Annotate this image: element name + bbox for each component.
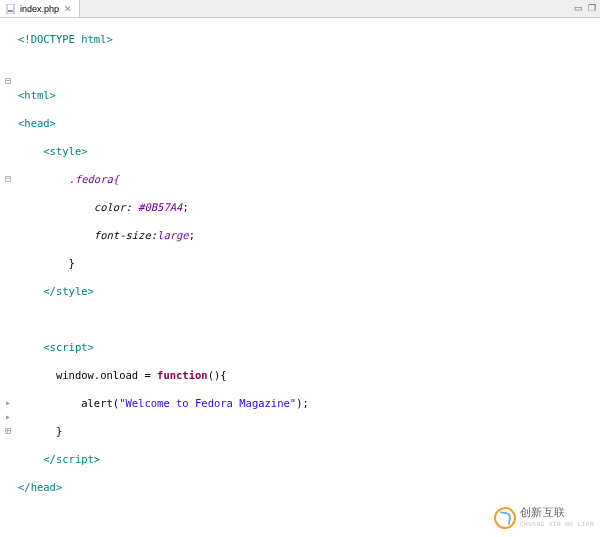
code-text: ); (296, 397, 309, 409)
code-text: </script> (18, 453, 100, 465)
minimize-icon[interactable]: ▭ (572, 2, 584, 14)
close-icon[interactable]: ✕ (63, 4, 73, 14)
tab-bar: index.php ✕ ▭ ❐ (0, 0, 600, 18)
code-text: <html> (18, 89, 56, 101)
tab-filename: index.php (20, 4, 59, 14)
fold-collapse-icon[interactable]: ⊟ (0, 172, 16, 186)
code-text: (){ (208, 369, 227, 381)
watermark-subtext: CHUANG XIN HU LIAN (520, 517, 594, 531)
code-text: ; (182, 201, 188, 213)
svg-rect-0 (7, 4, 14, 14)
code-text: "Welcome to Fedora Magazine" (119, 397, 296, 409)
code-text: .fedora{ (18, 173, 119, 185)
window-controls: ▭ ❐ (572, 2, 598, 14)
folding-gutter[interactable]: ⊟ ⊟ ▸ ▸ ⊞ (0, 18, 16, 537)
code-text (18, 60, 600, 74)
code-editor[interactable]: ⊟ ⊟ ▸ ▸ ⊞ <!DOCTYPE html> <html> <head> … (0, 18, 600, 537)
fold-collapse-icon[interactable]: ⊟ (0, 74, 16, 88)
code-text: font-size: (18, 229, 157, 241)
gutter-marker-icon[interactable]: ▸ (0, 396, 16, 410)
code-text: <style> (43, 145, 87, 157)
watermark: 创新互联 CHUANG XIN HU LIAN (494, 505, 594, 531)
code-text: <script> (43, 341, 94, 353)
code-text: ; (189, 229, 195, 241)
code-area[interactable]: <!DOCTYPE html> <html> <head> <style> .f… (16, 18, 600, 537)
code-text: function (157, 369, 208, 381)
code-text: <head> (18, 117, 56, 129)
code-text: #0B57A4 (138, 201, 182, 213)
svg-rect-1 (8, 10, 13, 12)
code-text: </style> (18, 285, 94, 297)
code-text (18, 341, 43, 353)
watermark-logo-icon (494, 507, 516, 529)
code-text: color: (18, 201, 138, 213)
editor-tab[interactable]: index.php ✕ (0, 0, 80, 17)
code-text: alert( (18, 397, 119, 409)
code-text: large (157, 229, 189, 241)
code-text (18, 145, 43, 157)
code-text: } (18, 257, 75, 269)
code-text: } (18, 425, 62, 437)
maximize-icon[interactable]: ❐ (586, 2, 598, 14)
fold-expand-icon[interactable]: ⊞ (0, 424, 16, 438)
gutter-marker-icon[interactable]: ▸ (0, 410, 16, 424)
code-text: <!DOCTYPE html> (18, 33, 113, 45)
php-file-icon (6, 4, 16, 14)
code-text: </head> (18, 481, 62, 493)
code-text (18, 312, 600, 326)
code-text: window.onload = (18, 369, 157, 381)
